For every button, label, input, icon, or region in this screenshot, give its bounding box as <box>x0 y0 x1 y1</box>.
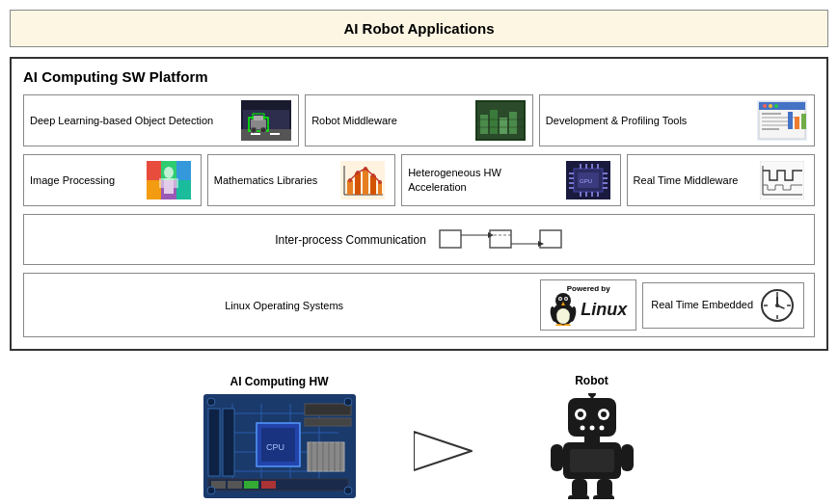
svg-rect-49 <box>363 169 368 195</box>
svg-rect-121 <box>223 409 234 476</box>
math-libraries-box: Mathematics Libraries <box>207 154 395 206</box>
svg-point-53 <box>356 171 360 174</box>
svg-point-93 <box>559 298 561 300</box>
svg-rect-153 <box>570 449 614 472</box>
motherboard-image: CPU <box>203 394 356 498</box>
platform-title: AI Computing SW Platform <box>23 68 815 85</box>
svg-point-55 <box>371 173 375 177</box>
svg-point-89 <box>556 308 570 324</box>
svg-rect-25 <box>762 113 781 115</box>
dev-profiling-label: Development & Profiling Tools <box>546 114 752 128</box>
svg-point-148 <box>580 426 584 431</box>
svg-rect-4 <box>270 133 280 135</box>
realtime-mw-label: Real Time Middleware <box>634 173 752 188</box>
svg-rect-41 <box>164 178 174 194</box>
svg-rect-66 <box>603 182 608 184</box>
svg-rect-43 <box>174 178 178 188</box>
comp-row-2: Image Processing <box>23 154 815 206</box>
math-libraries-icon <box>337 159 389 201</box>
svg-rect-34 <box>147 161 161 180</box>
svg-rect-30 <box>788 112 793 129</box>
svg-rect-73 <box>585 192 587 197</box>
svg-point-54 <box>364 167 367 171</box>
svg-point-143 <box>588 393 596 397</box>
top-banner-label: AI Robot Applications <box>343 20 494 37</box>
svg-rect-158 <box>568 495 589 499</box>
svg-rect-69 <box>585 164 587 169</box>
svg-point-146 <box>578 411 583 417</box>
svg-point-56 <box>378 180 382 184</box>
comp-row-1: Deep Learning-based Object Detection <box>23 94 815 146</box>
realtime-embedded-box: Real Time Embedded <box>642 282 804 329</box>
deep-learning-box: Deep Learning-based Object Detection <box>23 94 299 146</box>
svg-point-149 <box>589 426 594 431</box>
svg-rect-67 <box>603 187 608 189</box>
svg-point-139 <box>344 487 352 494</box>
svg-point-137 <box>344 398 352 406</box>
svg-rect-134 <box>244 481 258 489</box>
ipc-row: Inter-process Communication <box>23 214 815 265</box>
svg-rect-82 <box>540 230 561 248</box>
svg-text:CPU: CPU <box>266 442 284 452</box>
svg-rect-61 <box>569 177 574 179</box>
svg-rect-42 <box>159 178 164 188</box>
svg-rect-72 <box>580 192 581 197</box>
svg-rect-71 <box>597 164 599 169</box>
svg-point-40 <box>164 167 174 178</box>
svg-rect-123 <box>305 418 351 426</box>
robot-section: Robot <box>549 374 635 499</box>
math-libraries-label: Mathematics Libraries <box>214 173 333 188</box>
svg-point-138 <box>207 487 215 494</box>
svg-rect-81 <box>490 230 511 248</box>
svg-point-94 <box>565 298 567 300</box>
svg-point-22 <box>763 104 767 108</box>
svg-rect-70 <box>591 164 593 169</box>
svg-rect-32 <box>801 114 806 129</box>
svg-rect-151 <box>584 437 600 442</box>
arrow-section <box>414 427 491 475</box>
svg-point-24 <box>774 104 778 108</box>
svg-rect-16 <box>509 112 517 134</box>
svg-rect-36 <box>176 161 191 180</box>
powered-by-label: Powered by <box>567 284 610 293</box>
platform-box: AI Computing SW Platform Deep Learning-b… <box>10 57 828 351</box>
ipc-label: Inter-process Communication <box>275 233 426 247</box>
robot-middleware-box: Robot Middleware <box>305 94 533 146</box>
svg-rect-133 <box>228 481 242 489</box>
ipc-diagram <box>438 223 563 256</box>
svg-rect-68 <box>580 164 581 169</box>
realtime-mw-icon <box>756 159 808 201</box>
svg-point-23 <box>769 104 772 108</box>
tux-icon <box>550 293 577 326</box>
svg-rect-63 <box>569 187 574 189</box>
svg-rect-64 <box>603 172 608 174</box>
svg-marker-140 <box>414 432 472 470</box>
svg-rect-8 <box>254 116 263 120</box>
svg-point-52 <box>348 178 352 182</box>
svg-point-9 <box>251 127 257 133</box>
top-banner: AI Robot Applications <box>10 10 828 47</box>
linux-logo: Powered by <box>540 279 636 331</box>
clock-icon <box>759 287 796 324</box>
svg-rect-77 <box>760 161 804 199</box>
linux-label: Linux Operating Systems <box>34 300 534 311</box>
hw-section: AI Computing HW CPU <box>203 375 356 498</box>
arrow-icon <box>414 427 491 475</box>
svg-rect-120 <box>208 409 220 476</box>
svg-rect-80 <box>440 230 461 248</box>
svg-rect-29 <box>762 128 779 130</box>
realtime-embedded-label: Real Time Embedded <box>651 298 753 311</box>
svg-point-10 <box>260 127 266 133</box>
linux-row: Linux Operating Systems Powered by <box>23 273 815 337</box>
svg-rect-75 <box>597 192 599 197</box>
svg-rect-37 <box>147 180 161 199</box>
svg-rect-154 <box>551 444 563 471</box>
svg-point-147 <box>601 411 607 417</box>
deep-learning-icon <box>240 99 292 142</box>
hw-label: AI Computing HW <box>230 375 329 388</box>
bottom-section: AI Computing HW CPU <box>10 364 828 504</box>
svg-rect-141 <box>568 398 616 437</box>
image-processing-label: Image Processing <box>30 173 139 188</box>
svg-rect-47 <box>347 180 353 195</box>
svg-point-90 <box>555 293 571 308</box>
